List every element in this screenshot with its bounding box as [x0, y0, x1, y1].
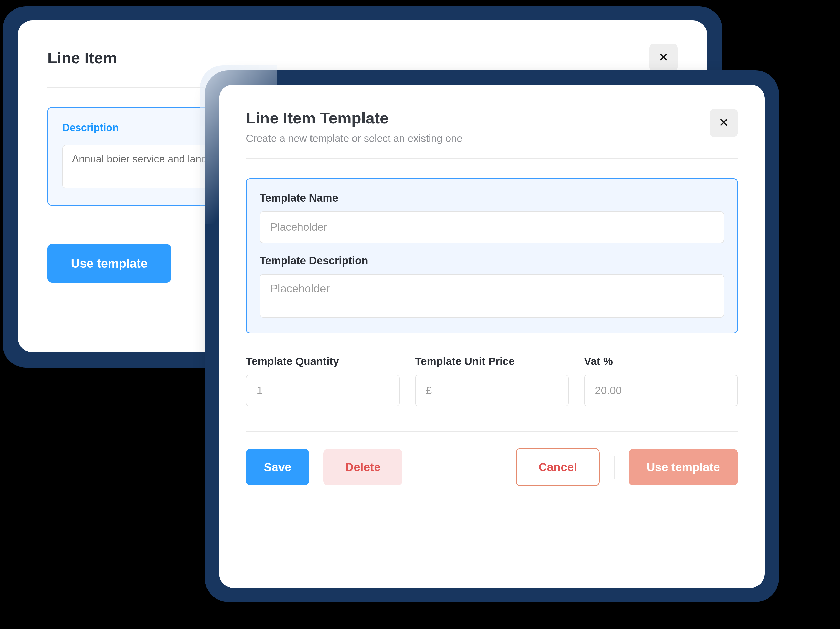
save-button[interactable]: Save	[246, 449, 309, 486]
template-subtitle: Create a new template or select an exist…	[246, 132, 463, 144]
template-main-panel: Template Name Template Description	[246, 178, 738, 333]
delete-button[interactable]: Delete	[323, 449, 402, 486]
template-unit-price-input[interactable]	[415, 375, 569, 407]
template-quantity-label: Template Quantity	[246, 355, 399, 367]
template-quantity-input[interactable]	[246, 375, 399, 407]
template-vat-label: Vat %	[584, 355, 738, 367]
separator	[614, 456, 614, 479]
template-name-label: Template Name	[259, 192, 724, 204]
line-item-template-dialog: Line Item Template Create a new template…	[205, 71, 779, 602]
template-vat-input[interactable]	[584, 375, 738, 407]
close-icon	[658, 52, 669, 63]
template-name-input[interactable]	[259, 211, 724, 243]
line-item-title: Line Item	[47, 49, 117, 67]
template-unit-price-label: Template Unit Price	[415, 355, 569, 367]
template-description-input[interactable]	[259, 274, 724, 318]
line-item-template-body: Line Item Template Create a new template…	[219, 85, 765, 588]
template-description-label: Template Description	[259, 255, 724, 267]
template-header: Line Item Template Create a new template…	[246, 109, 738, 159]
close-button[interactable]	[649, 44, 677, 72]
cancel-button[interactable]: Cancel	[516, 448, 600, 486]
close-icon	[718, 117, 729, 129]
template-numeric-row: Template Quantity Template Unit Price Va…	[246, 355, 738, 407]
template-footer: Save Delete Cancel Use template	[246, 448, 738, 486]
use-template-button[interactable]: Use template	[628, 449, 738, 486]
use-template-button[interactable]: Use template	[47, 244, 171, 283]
template-title: Line Item Template	[246, 109, 463, 127]
divider	[246, 431, 738, 432]
close-button[interactable]	[710, 109, 738, 137]
